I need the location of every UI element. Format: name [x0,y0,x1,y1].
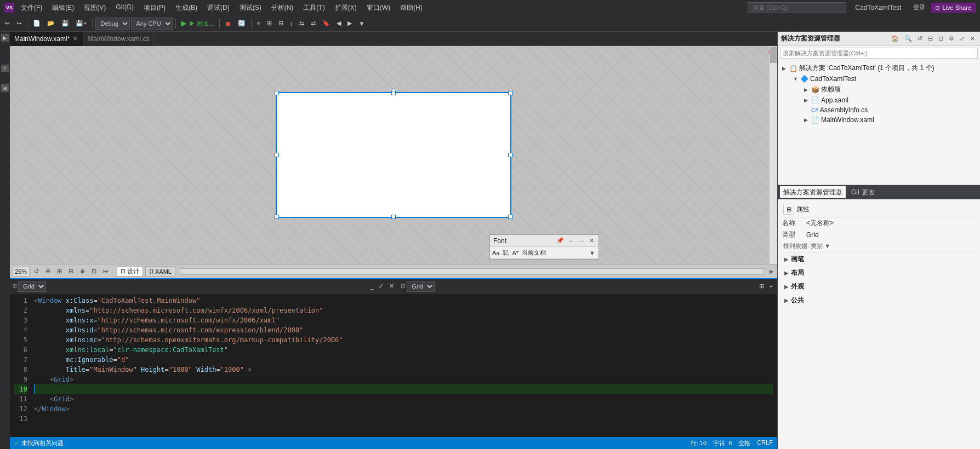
toolbar-btn-6[interactable]: ⇄ [308,18,318,30]
prop-section-appearance[interactable]: ▶ 外观 [780,280,978,293]
tree-item-assemblyinfo[interactable]: C# AssemblyInfo.cs [802,105,978,115]
right-panel-dropdown[interactable]: Grid [407,281,435,292]
menu-help[interactable]: 帮助(H) [396,2,427,14]
se-btn-float[interactable]: ⤢ [958,34,966,43]
vertical-scrollbar[interactable] [770,46,777,264]
grid-btn-5[interactable]: ↦ [101,267,110,276]
save-button[interactable]: 💾 [59,18,72,30]
tree-item-deps[interactable]: ▶ 📦 依赖项 [802,84,978,95]
resize-handle-lm[interactable] [275,153,279,157]
tab-xaml[interactable]: ⟨⟩ XAML [145,266,175,277]
toolbar-btn-8[interactable]: ▶ [345,18,355,30]
grid-btn-3[interactable]: ⊕ [78,267,87,276]
panel-close-button[interactable]: ✕ [387,281,396,291]
menu-edit[interactable]: 编辑(E) [48,2,78,14]
menu-tools[interactable]: 工具(T) [299,2,329,14]
resize-handle-tr[interactable] [508,91,512,95]
tab-main-xaml[interactable]: MainWindow.xaml* ✕ [10,32,83,46]
right-panel-add-button[interactable]: + [767,281,775,291]
chevron-deps[interactable]: ▶ [804,87,810,93]
title-search-input[interactable] [748,2,846,13]
panel-minimize-button[interactable]: _ [368,281,375,291]
toolbar-btn-4[interactable]: ↕ [287,18,296,30]
window-frame[interactable] [276,92,511,218]
tree-project[interactable]: ▼ 🔷 CadToXamlTest [791,74,978,84]
bookmark-button[interactable]: 🔖 [320,18,333,30]
toolbar-btn-7[interactable]: ◀ [334,18,344,30]
fit-button[interactable]: ⊕ [43,267,53,276]
menu-project[interactable]: 项目(P) [139,2,170,14]
se-btn-settings[interactable]: ⚙ [947,34,956,43]
toolbar-btn-1[interactable]: ≡ [254,18,263,30]
se-btn-collapse[interactable]: ⊟ [926,34,935,43]
open-button[interactable]: 📂 [44,18,58,30]
chevron-solution[interactable]: ▶ [782,66,788,71]
tab-solution-explorer[interactable]: 解决方案资源管理器 [780,186,846,198]
grid-btn-2[interactable]: ⊟ [66,267,76,276]
se-btn-show-active[interactable]: ⊡ [937,34,945,43]
prop-section-common[interactable]: ▶ 公共 [780,293,978,307]
menu-view[interactable]: 视图(V) [79,2,110,14]
scroll-right-button[interactable]: ▶ [768,268,775,274]
tree-solution[interactable]: ▶ 📋 解决方案 'CadToXamlTest' (1 个项目，共 1 个) [780,62,978,74]
restart-button[interactable]: 🔄 [235,18,248,30]
run-button[interactable]: ▶ ▶ 附加... [179,19,216,28]
tab-main-cs[interactable]: MainWindow.xaml.cs [83,32,154,46]
sidebar-indicator-3[interactable]: ⊞ [1,84,9,92]
redo-button[interactable]: ↪ [14,18,24,30]
properties-grid-btn[interactable]: ⊞ [783,204,794,215]
tree-item-appxaml[interactable]: ▶ 📄 App.xaml [802,95,978,105]
resize-handle-tm[interactable] [391,91,396,95]
menu-extensions[interactable]: 扩展(X) [331,2,361,14]
font-panel-close-button[interactable]: ✕ [588,237,595,244]
menu-git[interactable]: Git(G) [111,2,138,14]
save-all-button[interactable]: 💾+ [73,18,89,30]
right-panel-expand-button[interactable]: ⊞ [757,281,766,291]
se-btn-search[interactable]: 🔍 [903,34,914,43]
stop-button[interactable]: ⏹ [223,18,234,30]
tab-main-xaml-close[interactable]: ✕ [72,36,78,42]
code-content[interactable]: <Window x:Class="CadToXamlTest.MainWindo… [30,293,777,437]
login-button[interactable]: 登录 [910,3,928,12]
chevron-mainxaml[interactable]: ▶ [804,117,810,123]
sidebar-indicator-1[interactable]: ▶ [1,34,9,42]
chevron-appxaml[interactable]: ▶ [804,97,810,103]
debug-config-dropdown[interactable]: Debug [95,18,130,30]
se-btn-close[interactable]: ✕ [968,34,977,43]
resize-handle-bm[interactable] [391,215,396,219]
tab-design[interactable]: ⊡ 设计 [117,266,143,277]
font-panel-pin-button[interactable]: 📌 [555,237,565,244]
resize-handle-bl[interactable] [275,215,279,219]
menu-file[interactable]: 文件(F) [16,2,47,14]
tab-git-changes[interactable]: Git 更改 [848,186,878,198]
live-share-button[interactable]: ⊙ Live Share [931,3,976,13]
se-search-input[interactable] [780,48,978,59]
menu-test[interactable]: 测试(S) [235,2,266,14]
left-panel-dropdown[interactable]: Grid [18,281,46,292]
grid-btn-1[interactable]: ⊞ [55,267,64,276]
toolbar-btn-9[interactable]: ▼ [356,18,367,30]
panel-float-button[interactable]: ⤢ [377,281,386,291]
zoom-reset-button[interactable]: ↺ [32,267,41,276]
resize-handle-br[interactable] [508,215,512,219]
new-project-button[interactable]: 📄 [30,18,43,30]
toolbar-btn-5[interactable]: ⇆ [297,18,307,30]
tree-item-mainxaml[interactable]: ▶ 📄 MainWindow.xaml [802,115,978,125]
grid-btn-4[interactable]: ⊡ [89,267,99,276]
chevron-project[interactable]: ▼ [793,76,799,82]
menu-window[interactable]: 窗口(W) [362,2,395,14]
se-btn-refresh[interactable]: ↺ [916,34,924,43]
horizontal-scrollbar[interactable] [180,268,764,275]
menu-build[interactable]: 生成(B) [171,2,202,14]
toolbar-btn-2[interactable]: ⊞ [264,18,275,30]
prop-section-brush[interactable]: ▶ 画笔 [780,252,978,266]
menu-debug[interactable]: 调试(D) [203,2,234,14]
prop-section-layout[interactable]: ▶ 布局 [780,266,978,280]
font-panel-arrow-left[interactable]: ← [567,238,576,244]
platform-config-dropdown[interactable]: Any CPU [131,18,173,30]
menu-analyze[interactable]: 分析(N) [267,2,298,14]
font-panel-options-button[interactable]: ▼ [588,250,596,256]
font-panel-arrow-right[interactable]: → [578,238,586,244]
se-btn-home[interactable]: 🏠 [890,34,901,43]
resize-handle-tl[interactable] [275,91,279,95]
